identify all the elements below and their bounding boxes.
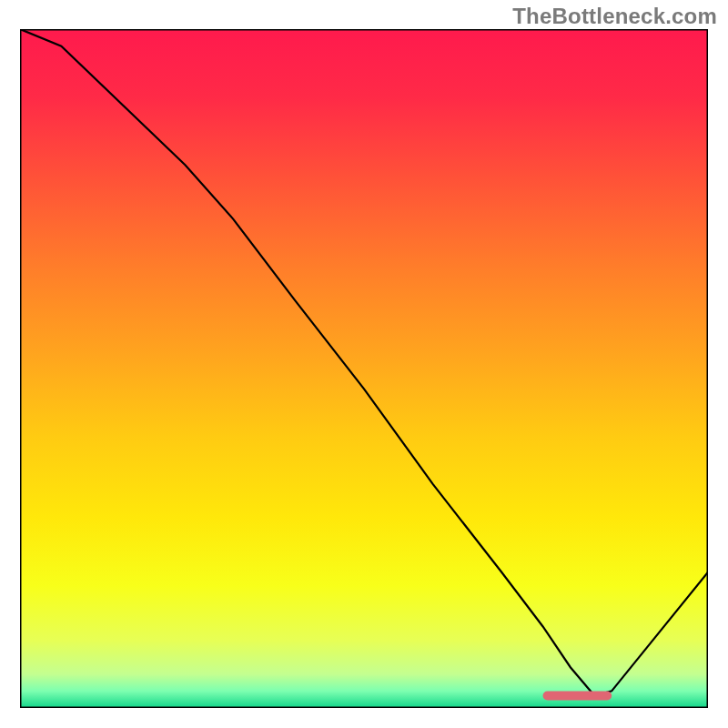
gradient-background bbox=[20, 29, 708, 708]
chart-container: TheBottleneck.com bbox=[0, 0, 728, 728]
watermark-text: TheBottleneck.com bbox=[512, 4, 717, 29]
plot-area bbox=[20, 29, 708, 708]
chart-svg bbox=[20, 29, 708, 708]
accent-marker bbox=[543, 692, 612, 701]
